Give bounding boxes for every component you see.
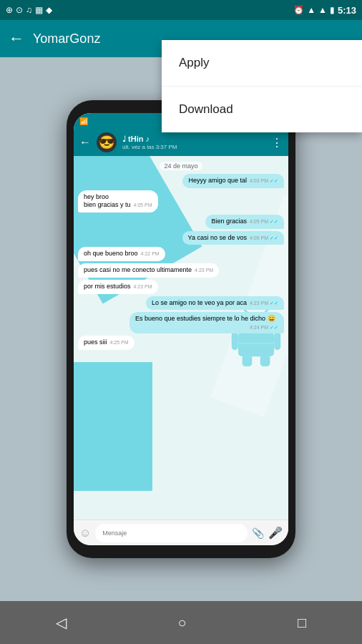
back-nav-button[interactable]: ◁ — [56, 614, 67, 631]
phone-chat-bar: ← 😎 ♩ tHin ♪ últ. vez a las 3:37 PM ⋮ — [74, 129, 288, 156]
status-icons-right: ⏰ ▲ ▲ ▮ 5:13 — [293, 5, 356, 16]
message-5: oh que bueno broo 4:22 PM — [78, 247, 165, 261]
download-menu-item[interactable]: Download — [162, 87, 362, 132]
app-bar: ← YomarGonz Apply Download — [0, 20, 362, 57]
message-3: Bien gracias 4:05 PM ✓✓ — [205, 215, 284, 229]
message-2: hey broobien gracias y tu 4:05 PM — [78, 190, 158, 213]
message-text-8: Lo se amigo no te veo ya por aca — [152, 299, 247, 306]
phone-status-icons: 📶 — [79, 117, 88, 125]
message-time-9: 4:24 PM ✓✓ — [250, 324, 278, 331]
date-separator: 24 de mayo — [160, 162, 202, 170]
battery-icon: ▮ — [330, 5, 335, 15]
phone-back-button[interactable]: ← — [79, 136, 91, 149]
last-seen: últ. vez a las 3:37 PM — [122, 144, 265, 150]
phone-wifi-icon: 📶 — [79, 117, 88, 125]
message-9: Es bueno que estudies siempre te lo he d… — [129, 312, 284, 333]
dropdown-menu: Apply Download — [162, 40, 362, 132]
message-text-3: Bien gracias — [211, 218, 247, 225]
message-6: pues casi no me conecto ultimamente 4:23… — [78, 263, 219, 278]
apply-menu-item[interactable]: Apply — [162, 40, 362, 87]
message-time-6: 4:23 PM — [195, 267, 213, 273]
message-text-7: por mis estudios — [84, 283, 131, 290]
attach-icon[interactable]: 📎 — [252, 527, 264, 539]
chat-info: ♩ tHin ♪ últ. vez a las 3:37 PM — [122, 135, 265, 150]
more-options-icon[interactable]: ⋮ — [271, 136, 283, 150]
message-10: pues siii 4:25 PM — [78, 336, 134, 350]
signal-icon: ▲ — [318, 5, 327, 15]
message-1: Heyyy amigo que tal 4:03 PM ✓✓ — [182, 174, 284, 188]
sync-icon: ⊙ — [16, 5, 23, 15]
message-time-4: 4:06 PM ✓✓ — [250, 235, 278, 241]
home-nav-button[interactable]: ○ — [177, 615, 186, 631]
messages-container: 24 de mayo Heyyy amigo que tal 4:03 PM ✓… — [74, 156, 288, 519]
message-4: Ya casi no se de vos 4:06 PM ✓✓ — [182, 231, 284, 245]
back-button[interactable]: ← — [9, 29, 24, 48]
emoji-icon[interactable]: ☺ — [79, 527, 91, 540]
message-7: por mis estudios 4:23 PM — [78, 280, 158, 294]
message-8: Lo se amigo no te veo ya por aca 4:23 PM… — [146, 296, 284, 311]
contact-avatar: 😎 — [97, 132, 117, 152]
message-time-5: 4:22 PM — [141, 250, 160, 257]
message-text-4: Ya casi no se de vos — [188, 234, 247, 241]
message-input[interactable] — [95, 524, 248, 542]
phone-input-area: ☺ 📎 🎤 — [74, 519, 288, 545]
message-time-7: 4:23 PM — [134, 283, 152, 290]
message-time-10: 4:25 PM — [110, 339, 129, 346]
alarm-icon: ⏰ — [293, 5, 304, 15]
message-text-5: oh que bueno broo — [84, 250, 138, 257]
chat-area: 24 de mayo Heyyy amigo que tal 4:03 PM ✓… — [74, 156, 288, 519]
message-time-3: 4:05 PM ✓✓ — [250, 218, 278, 225]
message-text-9: Es bueno que estudies siempre te lo he d… — [135, 315, 275, 322]
music-icon: ♫ — [26, 5, 32, 15]
phone-screen: 📶 100% 🔋 03:39 PM ← 😎 ♩ tHin ♪ últ. vez … — [74, 113, 288, 545]
main-content: 📶 100% 🔋 03:39 PM ← 😎 ♩ tHin ♪ últ. vez … — [0, 57, 362, 601]
bottom-nav: ◁ ○ □ — [0, 601, 362, 644]
mic-icon[interactable]: 🎤 — [268, 526, 283, 540]
message-time-2: 4:05 PM — [134, 202, 152, 208]
status-icons-left: ⊕ ⊙ ♫ ▦ ◆ — [6, 5, 52, 15]
message-text-10: pues siii — [84, 338, 107, 346]
notification-icon: ⊕ — [6, 5, 13, 15]
message-text-1: Heyyy amigo que tal — [188, 177, 247, 184]
status-time: 5:13 — [338, 5, 356, 16]
phone-mockup: 📶 100% 🔋 03:39 PM ← 😎 ♩ tHin ♪ últ. vez … — [67, 100, 295, 558]
grid-icon: ▦ — [35, 5, 43, 15]
recent-nav-button[interactable]: □ — [298, 615, 306, 631]
contact-name: ♩ tHin ♪ — [122, 135, 265, 144]
message-text-6: pues casi no me conecto ultimamente — [84, 266, 192, 273]
message-text-2: hey broobien gracias y tu — [84, 193, 131, 209]
app-icon: ◆ — [46, 5, 52, 15]
status-bar: ⊕ ⊙ ♫ ▦ ◆ ⏰ ▲ ▲ ▮ 5:13 — [0, 0, 362, 20]
message-time-1: 4:03 PM ✓✓ — [250, 177, 278, 184]
wifi-icon: ▲ — [307, 5, 315, 15]
message-time-8: 4:23 PM ✓✓ — [250, 300, 278, 306]
